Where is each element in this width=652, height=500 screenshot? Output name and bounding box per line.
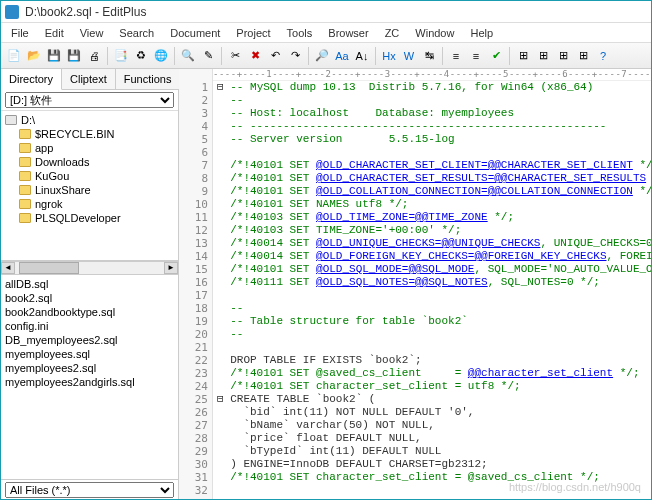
delete-icon[interactable]: ✖ — [246, 47, 264, 65]
ruler-icon[interactable]: ↹ — [420, 47, 438, 65]
code-line[interactable]: /*!40101 SET character_set_client = utf8… — [217, 380, 647, 393]
menu-project[interactable]: Project — [230, 25, 276, 41]
edit-icon[interactable]: ✎ — [199, 47, 217, 65]
undo-icon[interactable]: ↶ — [266, 47, 284, 65]
wrap-icon[interactable]: W — [400, 47, 418, 65]
cut-icon[interactable]: ✂ — [226, 47, 244, 65]
code-line[interactable]: /*!40101 SET @OLD_CHARACTER_SET_RESULTS=… — [217, 172, 647, 185]
file-item[interactable]: DB_myemployees2.sql — [5, 333, 174, 347]
reload-icon[interactable]: ♻ — [132, 47, 150, 65]
print-icon[interactable]: 🖨 — [85, 47, 103, 65]
tree-item[interactable]: KuGou — [1, 169, 178, 183]
menu-window[interactable]: Window — [409, 25, 460, 41]
code-line[interactable]: -- Host: localhost Database: myemployees — [217, 107, 647, 120]
win2-icon[interactable]: ⊞ — [534, 47, 552, 65]
menu-file[interactable]: File — [5, 25, 35, 41]
open-icon[interactable]: 📂 — [25, 47, 43, 65]
code-line[interactable]: /*!40101 SET @OLD_COLLATION_CONNECTION=@… — [217, 185, 647, 198]
saveall-icon[interactable]: 💾 — [65, 47, 83, 65]
code-line[interactable]: /*!40111 SET @OLD_SQL_NOTES=@@SQL_NOTES,… — [217, 276, 647, 289]
code-line[interactable]: /*!40103 SET TIME_ZONE='+00:00' */; — [217, 224, 647, 237]
doc-icon[interactable]: 📑 — [112, 47, 130, 65]
indent-icon[interactable]: ≡ — [447, 47, 465, 65]
menu-search[interactable]: Search — [113, 25, 160, 41]
tree-scrollbar[interactable]: ◄ ► — [1, 261, 178, 275]
code-line[interactable]: /*!40101 SET NAMES utf8 */; — [217, 198, 647, 211]
menu-browser[interactable]: Browser — [322, 25, 374, 41]
browser-icon[interactable]: 🌐 — [152, 47, 170, 65]
tree-item[interactable]: LinuxShare — [1, 183, 178, 197]
menu-edit[interactable]: Edit — [39, 25, 70, 41]
code-line[interactable]: ⊟ -- MySQL dump 10.13 Distrib 5.7.16, fo… — [217, 81, 647, 94]
code-line[interactable]: /*!40101 SET @OLD_CHARACTER_SET_CLIENT=@… — [217, 159, 647, 172]
tree-item[interactable]: Downloads — [1, 155, 178, 169]
tab-cliptext[interactable]: Cliptext — [62, 69, 116, 89]
code-line[interactable]: `bTypeId` int(11) DEFAULT NULL — [217, 445, 647, 458]
menu-document[interactable]: Document — [164, 25, 226, 41]
file-item[interactable]: book2andbooktype.sql — [5, 305, 174, 319]
redo-icon[interactable]: ↷ — [286, 47, 304, 65]
help-icon[interactable]: ? — [594, 47, 612, 65]
code-line[interactable]: -- -------------------------------------… — [217, 120, 647, 133]
file-list[interactable]: allDB.sqlbook2.sqlbook2andbooktype.sqlco… — [1, 275, 178, 479]
save-icon[interactable]: 💾 — [45, 47, 63, 65]
code-line[interactable]: /*!40101 SET @saved_cs_client = @@charac… — [217, 367, 647, 380]
code-line[interactable]: `price` float DEFAULT NULL, — [217, 432, 647, 445]
scroll-thumb[interactable] — [19, 262, 79, 274]
editor[interactable]: ----+----1----+----2----+----3----+----4… — [179, 69, 651, 499]
win1-icon[interactable]: ⊞ — [514, 47, 532, 65]
menu-zc[interactable]: ZC — [379, 25, 406, 41]
outdent-icon[interactable]: ≡ — [467, 47, 485, 65]
tab-directory[interactable]: Directory — [1, 69, 62, 90]
code-line[interactable]: -- — [217, 302, 647, 315]
replace-icon[interactable]: Aa — [333, 47, 351, 65]
hex-icon[interactable]: Hx — [380, 47, 398, 65]
tree-item[interactable]: D:\ — [1, 113, 178, 127]
code-line[interactable]: DROP TABLE IF EXISTS `book2`; — [217, 354, 647, 367]
code-line[interactable]: -- Server version 5.5.15-log — [217, 133, 647, 146]
tree-item[interactable]: app — [1, 141, 178, 155]
code-line[interactable]: /*!40101 SET @OLD_SQL_MODE=@@SQL_MODE, S… — [217, 263, 647, 276]
tree-item[interactable]: ngrok — [1, 197, 178, 211]
drive-selector[interactable]: [D:] 软件 — [1, 90, 178, 111]
menu-tools[interactable]: Tools — [281, 25, 319, 41]
file-item[interactable]: book2.sql — [5, 291, 174, 305]
file-item[interactable]: myemployees.sql — [5, 347, 174, 361]
scroll-left-icon[interactable]: ◄ — [1, 262, 15, 274]
tab-functions[interactable]: Functions — [116, 69, 181, 89]
code-line[interactable]: /*!40103 SET @OLD_TIME_ZONE=@@TIME_ZONE … — [217, 211, 647, 224]
code-line[interactable]: -- — [217, 94, 647, 107]
code-line[interactable]: ⊟ CREATE TABLE `book2` ( — [217, 393, 647, 406]
code-line[interactable]: -- — [217, 328, 647, 341]
folder-tree[interactable]: D:\$RECYCLE.BINappDownloadsKuGouLinuxSha… — [1, 111, 178, 261]
file-item[interactable]: myemployees2.sql — [5, 361, 174, 375]
code-line[interactable] — [217, 289, 647, 302]
tree-item[interactable]: $RECYCLE.BIN — [1, 127, 178, 141]
win4-icon[interactable]: ⊞ — [574, 47, 592, 65]
code-line[interactable]: `bid` int(11) NOT NULL DEFAULT '0', — [217, 406, 647, 419]
code-line[interactable]: -- Table structure for table `book2` — [217, 315, 647, 328]
find-icon[interactable]: 🔍 — [179, 47, 197, 65]
tree-item[interactable]: PLSQLDeveloper — [1, 211, 178, 225]
goto-icon[interactable]: A↓ — [353, 47, 371, 65]
file-item[interactable]: allDB.sql — [5, 277, 174, 291]
code-line[interactable] — [217, 341, 647, 354]
code-line[interactable]: -- — [217, 497, 647, 499]
file-item[interactable]: myemployees2andgirls.sql — [5, 375, 174, 389]
scroll-right-icon[interactable]: ► — [164, 262, 178, 274]
code-line[interactable]: /*!40014 SET @OLD_FOREIGN_KEY_CHECKS=@@F… — [217, 250, 647, 263]
menu-view[interactable]: View — [74, 25, 110, 41]
code-line[interactable]: /*!40014 SET @OLD_UNIQUE_CHECKS=@@UNIQUE… — [217, 237, 647, 250]
win3-icon[interactable]: ⊞ — [554, 47, 572, 65]
code-line[interactable]: `bName` varchar(50) NOT NULL, — [217, 419, 647, 432]
new-icon[interactable]: 📄 — [5, 47, 23, 65]
search-icon[interactable]: 🔎 — [313, 47, 331, 65]
code-line[interactable] — [217, 146, 647, 159]
code-area[interactable]: ⊟ -- MySQL dump 10.13 Distrib 5.7.16, fo… — [213, 69, 651, 499]
menu-help[interactable]: Help — [464, 25, 499, 41]
file-item[interactable]: config.ini — [5, 319, 174, 333]
filter-select[interactable]: All Files (*.*) — [5, 482, 174, 498]
code-line[interactable]: ) ENGINE=InnoDB DEFAULT CHARSET=gb2312; — [217, 458, 647, 471]
drive-select[interactable]: [D:] 软件 — [5, 92, 174, 108]
check-icon[interactable]: ✔ — [487, 47, 505, 65]
